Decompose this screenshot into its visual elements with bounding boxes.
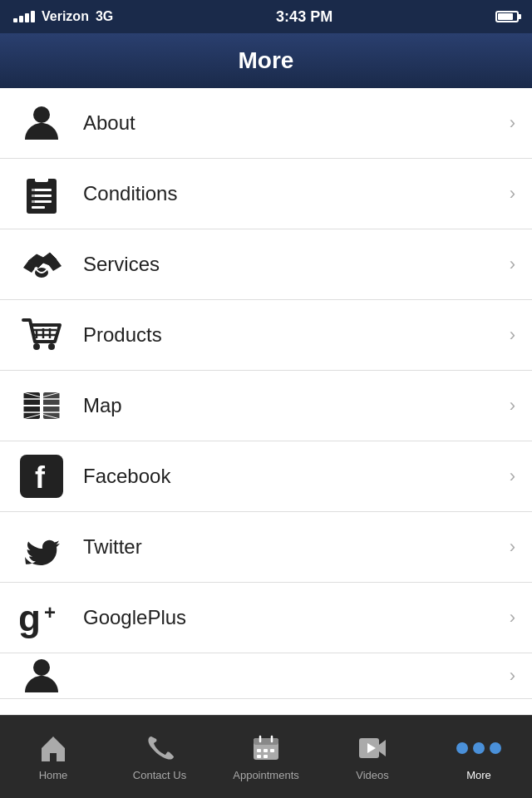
cart-icon (17, 310, 66, 360)
svg-point-12 (48, 343, 55, 350)
svg-rect-8 (32, 195, 35, 197)
chevron-map: › (510, 395, 515, 416)
menu-item-about[interactable]: About › (0, 88, 532, 159)
svg-rect-37 (264, 749, 268, 752)
tab-contact[interactable]: Contact Us (106, 716, 213, 798)
tab-label-videos: Videos (356, 769, 389, 781)
chevron-services: › (510, 254, 515, 275)
signal-bars (13, 11, 35, 22)
tab-label-home: Home (39, 769, 68, 781)
svg-text:f: f (35, 461, 46, 495)
menu-label-about: About (83, 111, 510, 135)
header: More (0, 33, 532, 88)
menu-item-partial[interactable]: › (0, 653, 532, 699)
svg-text:g: g (20, 598, 41, 638)
menu-label-conditions: Conditions (83, 182, 510, 205)
person-icon (17, 98, 66, 148)
menu-label-twitter: Twitter (83, 535, 510, 559)
tab-appointments[interactable]: Appointments (213, 716, 319, 798)
tab-bar: Home Contact Us Appointments (0, 715, 532, 798)
svg-rect-6 (32, 206, 45, 209)
partial-icon (17, 653, 66, 699)
menu-item-twitter[interactable]: Twitter › (0, 512, 532, 583)
menu-item-googleplus[interactable]: g + GooglePlus › (0, 583, 532, 653)
menu-item-services[interactable]: Services › (0, 229, 532, 300)
svg-point-31 (33, 659, 50, 676)
battery-icon (495, 11, 519, 22)
svg-point-0 (33, 106, 50, 123)
menu-label-facebook: Facebook (83, 465, 510, 488)
facebook-icon: f (17, 451, 66, 501)
chevron-twitter: › (510, 536, 515, 558)
svg-rect-2 (35, 175, 48, 182)
menu-item-products[interactable]: Products › (0, 300, 532, 371)
video-icon (357, 732, 388, 764)
chevron-about: › (510, 112, 515, 134)
svg-rect-40 (264, 755, 268, 758)
more-dots-icon (463, 732, 495, 764)
tab-label-more: More (466, 769, 491, 781)
chevron-products: › (510, 324, 515, 346)
status-left: Verizon 3G (13, 9, 113, 24)
menu-item-facebook[interactable]: f Facebook › (0, 441, 532, 512)
menu-item-map[interactable]: Map › (0, 371, 532, 441)
chevron-partial: › (510, 665, 515, 687)
menu-label-products: Products (83, 323, 510, 347)
map-icon (17, 381, 66, 431)
phone-icon (144, 732, 175, 764)
network: 3G (96, 9, 113, 24)
chevron-conditions: › (510, 183, 515, 204)
tab-home[interactable]: Home (0, 716, 106, 798)
clipboard-icon (17, 169, 66, 219)
tab-label-appointments: Appointments (233, 769, 299, 781)
menu-item-conditions[interactable]: Conditions › (0, 159, 532, 229)
svg-rect-39 (257, 755, 261, 758)
svg-text:+: + (44, 601, 56, 623)
chevron-googleplus: › (510, 607, 515, 628)
calendar-icon (250, 732, 282, 764)
tab-more[interactable]: More (426, 716, 532, 798)
menu-label-map: Map (83, 394, 510, 417)
svg-rect-36 (257, 749, 261, 752)
header-title: More (239, 47, 294, 74)
svg-rect-7 (32, 189, 35, 191)
menu-label-googleplus: GooglePlus (83, 606, 510, 629)
carrier: Verizon (42, 9, 89, 24)
tab-videos[interactable]: Videos (319, 716, 426, 798)
tab-label-contact: Contact Us (133, 769, 186, 781)
svg-marker-42 (379, 740, 386, 756)
status-right (495, 11, 519, 22)
chevron-facebook: › (510, 466, 515, 487)
status-time: 3:43 PM (276, 8, 332, 26)
svg-rect-9 (32, 200, 35, 203)
menu-list: About › Conditions › (0, 88, 532, 699)
handshake-icon (17, 239, 66, 289)
svg-rect-33 (254, 738, 278, 745)
status-bar: Verizon 3G 3:43 PM (0, 0, 532, 33)
googleplus-icon: g + (17, 593, 66, 643)
twitter-icon (17, 522, 66, 572)
home-icon (37, 732, 69, 764)
svg-point-11 (33, 343, 40, 350)
svg-rect-38 (270, 749, 274, 752)
menu-label-services: Services (83, 253, 510, 276)
